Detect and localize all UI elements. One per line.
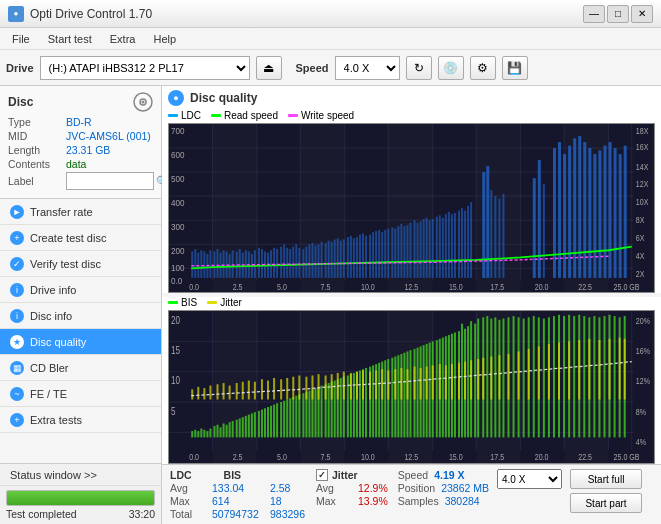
minimize-button[interactable]: — (583, 5, 605, 23)
stats-speed-select[interactable]: 4.0 X (497, 469, 562, 489)
svg-rect-368 (426, 367, 428, 400)
svg-rect-271 (384, 361, 386, 438)
menu-extra[interactable]: Extra (102, 31, 144, 47)
svg-rect-84 (283, 244, 285, 278)
close-button[interactable]: ✕ (631, 5, 653, 23)
svg-rect-166 (619, 154, 622, 278)
length-key: Length (8, 144, 66, 156)
svg-rect-117 (387, 229, 389, 278)
svg-rect-344 (273, 378, 275, 399)
svg-rect-152 (543, 184, 545, 278)
svg-rect-217 (213, 426, 215, 437)
nav-disc-quality[interactable]: ★ Disc quality (0, 329, 161, 355)
svg-rect-279 (409, 351, 411, 438)
status-bar: Status window >> Test completed 33:20 (0, 463, 161, 524)
svg-rect-87 (292, 247, 294, 278)
svg-rect-114 (378, 230, 380, 278)
lower-legend: BIS Jitter (168, 297, 655, 308)
svg-rect-243 (295, 396, 297, 438)
svg-rect-365 (406, 369, 408, 399)
eject-button[interactable]: ⏏ (256, 56, 282, 80)
svg-rect-122 (403, 226, 405, 278)
svg-rect-222 (229, 423, 231, 438)
nav-extra-tests[interactable]: + Extra tests (0, 407, 161, 433)
svg-rect-142 (467, 206, 469, 278)
svg-text:15: 15 (171, 345, 180, 356)
refresh-button[interactable]: ↻ (406, 56, 432, 80)
contents-val: data (66, 158, 86, 170)
svg-rect-141 (464, 211, 466, 278)
svg-rect-388 (588, 339, 590, 400)
start-full-button[interactable]: Start full (570, 469, 642, 489)
status-window-button[interactable]: Status window >> (0, 464, 161, 486)
svg-text:16%: 16% (636, 347, 650, 357)
start-part-button[interactable]: Start part (570, 493, 642, 513)
jitter-checkbox[interactable]: ✓ (316, 469, 328, 481)
maximize-button[interactable]: □ (607, 5, 629, 23)
svg-rect-212 (197, 431, 199, 437)
svg-rect-111 (369, 235, 371, 278)
svg-rect-86 (289, 249, 291, 278)
svg-rect-110 (365, 236, 367, 278)
disc-button[interactable]: 💿 (438, 56, 464, 80)
svg-text:12.5: 12.5 (404, 282, 418, 292)
label-input[interactable] (66, 172, 154, 190)
svg-rect-56 (194, 249, 196, 278)
svg-rect-119 (394, 229, 396, 278)
nav-drive-info[interactable]: i Drive info (0, 277, 161, 303)
svg-rect-135 (445, 214, 447, 278)
nav-fe-te[interactable]: ~ FE / TE (0, 381, 161, 407)
svg-rect-102 (340, 241, 342, 278)
svg-text:16X: 16X (636, 143, 649, 153)
nav-cd-bler[interactable]: ▦ CD Bler (0, 355, 161, 381)
mid-key: MID (8, 130, 66, 142)
nav-list: ► Transfer rate + Create test disc ✓ Ver… (0, 199, 161, 463)
app-icon: ● (8, 6, 24, 22)
svg-text:300: 300 (171, 221, 185, 232)
total-key: Total (170, 508, 206, 520)
svg-text:14X: 14X (636, 162, 649, 172)
menu-file[interactable]: File (4, 31, 38, 47)
create-test-icon: + (10, 231, 24, 245)
speed-select[interactable]: 4.0 X (335, 56, 400, 80)
svg-rect-314 (543, 319, 545, 438)
svg-text:0.0: 0.0 (189, 282, 199, 292)
position-stat-key: Position (398, 482, 435, 494)
speed-stat-key: Speed (398, 469, 428, 481)
svg-rect-369 (432, 366, 434, 400)
svg-rect-127 (420, 221, 422, 278)
svg-rect-364 (400, 368, 402, 400)
svg-rect-253 (328, 383, 330, 437)
svg-rect-304 (494, 318, 496, 438)
svg-rect-336 (223, 383, 225, 399)
svg-rect-134 (442, 218, 444, 278)
svg-rect-215 (206, 431, 208, 437)
svg-text:2.5: 2.5 (233, 453, 243, 463)
bis-max-val: 18 (270, 495, 306, 507)
svg-text:4%: 4% (636, 438, 646, 448)
drive-select[interactable]: (H:) ATAPI iHBS312 2 PL17 (40, 56, 250, 80)
svg-rect-149 (502, 194, 504, 278)
chart-title-icon: ● (168, 90, 184, 106)
menu-help[interactable]: Help (145, 31, 184, 47)
svg-rect-83 (280, 247, 282, 278)
nav-verify-test-disc[interactable]: ✓ Verify test disc (0, 251, 161, 277)
svg-text:10.0: 10.0 (361, 453, 375, 463)
nav-transfer-rate[interactable]: ► Transfer rate (0, 199, 161, 225)
disc-contents-row: Contents data (8, 158, 153, 170)
action-buttons: Start full Start part (570, 469, 642, 513)
svg-rect-391 (619, 338, 621, 400)
length-val: 23.31 GB (66, 144, 110, 156)
save-button[interactable]: 💾 (502, 56, 528, 80)
svg-rect-348 (298, 376, 300, 400)
menu-starttest[interactable]: Start test (40, 31, 100, 47)
svg-rect-345 (280, 380, 282, 400)
svg-rect-366 (414, 367, 416, 400)
nav-disc-info[interactable]: i Disc info (0, 303, 161, 329)
nav-create-test-disc[interactable]: + Create test disc (0, 225, 161, 251)
settings-button[interactable]: ⚙ (470, 56, 496, 80)
svg-rect-373 (458, 363, 460, 400)
svg-rect-322 (583, 316, 585, 437)
upper-chart-section: LDC Read speed Write speed (162, 110, 661, 293)
svg-rect-239 (283, 401, 285, 438)
